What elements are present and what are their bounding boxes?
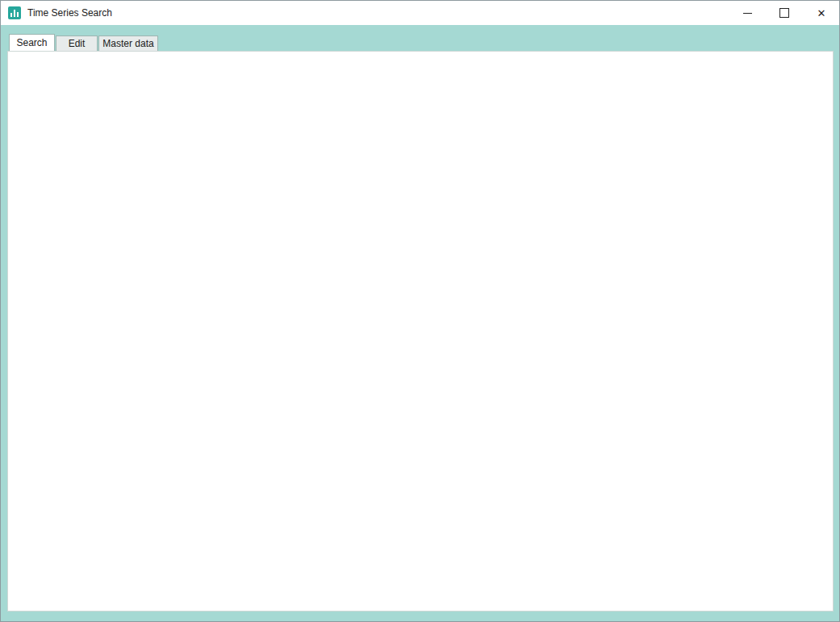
title-bar: Time Series Search ✕ — [1, 1, 840, 25]
maximize-button[interactable] — [766, 1, 803, 25]
minimize-button[interactable] — [729, 1, 766, 25]
tab-search[interactable]: Search — [9, 34, 55, 51]
app-icon — [8, 6, 21, 19]
minimize-icon — [743, 13, 752, 14]
maximize-icon — [779, 8, 789, 18]
close-button[interactable]: ✕ — [803, 1, 840, 25]
tab-master-data[interactable]: Master data — [98, 35, 158, 51]
app-window: Time Series Search ✕ Search Edit Master … — [0, 0, 840, 622]
window-title: Time Series Search — [27, 7, 112, 19]
tab-edit[interactable]: Edit — [56, 35, 98, 51]
close-icon: ✕ — [817, 7, 826, 19]
search-tab-page — [7, 51, 834, 612]
